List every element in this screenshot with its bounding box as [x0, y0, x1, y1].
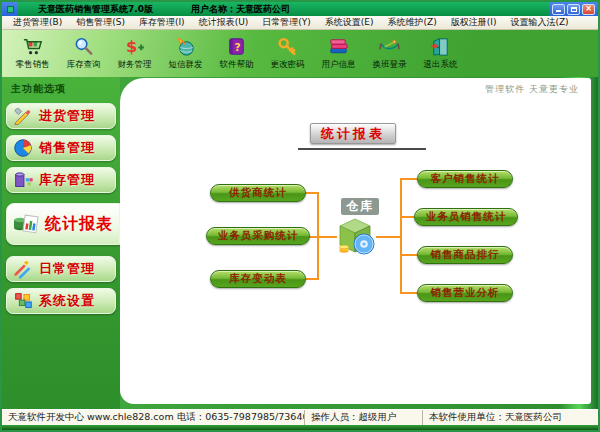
- toolbar-label: 用户信息: [322, 59, 356, 71]
- connector-line: [400, 178, 402, 294]
- pie-chart-icon: [12, 137, 34, 159]
- menu-input-method[interactable]: 设置输入法(Z): [503, 16, 575, 29]
- cart-icon: [21, 34, 44, 58]
- node-salesman-sales-stats[interactable]: 业务员销售统计: [414, 208, 518, 226]
- status-developer-info: 天意软件开发中心 www.chle828.com 电话：0635-7987985…: [2, 410, 304, 425]
- node-supplier-stats[interactable]: 供货商统计: [210, 184, 306, 202]
- main-panel: 管理软件 天意更专业 统计报表 供货商统计 业务员采购统计 库存变动表: [120, 78, 591, 404]
- toolbar-user-info[interactable]: 用户信息: [313, 32, 364, 77]
- window-body: 主功能选项 进货管理 销售管理 库存管理 统计报表 日常管理: [2, 77, 598, 409]
- menu-sales[interactable]: 销售管理(S): [69, 16, 132, 29]
- sidebar-item-purchase[interactable]: 进货管理: [6, 103, 116, 129]
- key-icon: [276, 34, 299, 58]
- connector-line: [400, 254, 417, 256]
- status-company: 本软件使用单位：天意医药公司: [422, 410, 598, 425]
- window-user-label: 用户名称：天意医药公司: [191, 3, 290, 16]
- node-customer-sales-stats[interactable]: 客户销售统计: [417, 170, 513, 188]
- toolbar-shift-login[interactable]: 换班登录: [364, 32, 415, 77]
- warehouse-label: 仓库: [341, 198, 379, 215]
- title-underline: [298, 148, 426, 150]
- minimize-button[interactable]: [552, 4, 565, 15]
- window-controls: ×: [549, 2, 598, 16]
- titlebar-text: 天意医药销售管理系统7.0版 用户名称：天意医药公司: [18, 3, 549, 16]
- maximize-icon: [571, 7, 577, 12]
- tagline: 管理软件 天意更专业: [485, 83, 579, 96]
- menu-maintenance[interactable]: 系统维护(Z): [381, 16, 444, 29]
- toolbar-sms-broadcast[interactable]: 短信群发: [160, 32, 211, 77]
- window-title: 天意医药销售管理系统7.0版: [38, 3, 153, 16]
- connector-line: [376, 236, 400, 238]
- connector-line: [400, 178, 417, 180]
- statusbar: 天意软件开发中心 www.chle828.com 电话：0635-7987985…: [2, 409, 598, 425]
- cylinder-icon: [12, 169, 34, 191]
- sidebar-item-label: 进货管理: [39, 107, 95, 125]
- page-title-text: 统计报表: [321, 125, 385, 143]
- warehouse-icon: [332, 215, 378, 261]
- node-sales-revenue-analysis[interactable]: 销售营业分析: [417, 284, 513, 302]
- menu-copyright[interactable]: 版权注册(I): [444, 16, 504, 29]
- app-icon-glyph: [7, 6, 14, 13]
- report-chart-icon: [12, 210, 40, 238]
- toolbar-label: 短信群发: [169, 59, 203, 71]
- toolbar-exit-system[interactable]: 退出系统: [415, 32, 466, 77]
- sidebar-item-label: 系统设置: [39, 292, 95, 310]
- toolbar-change-password[interactable]: 更改密码: [262, 32, 313, 77]
- toolbar-label: 软件帮助: [220, 59, 254, 71]
- connector-line: [400, 292, 417, 294]
- node-salesman-purchase-stats[interactable]: 业务员采购统计: [206, 227, 310, 245]
- help-book-icon: ?: [225, 34, 248, 58]
- books-icon: [327, 34, 350, 58]
- status-operator: 操作人员：超级用户: [304, 410, 422, 425]
- svg-text:?: ?: [235, 40, 241, 52]
- blocks-icon: [12, 290, 34, 312]
- connector-line: [400, 216, 414, 218]
- sidebar-item-sales[interactable]: 销售管理: [6, 135, 116, 161]
- toolbar-label: 更改密码: [271, 59, 305, 71]
- toolbar-finance[interactable]: $ 财务管理: [109, 32, 160, 77]
- sidebar-item-settings[interactable]: 系统设置: [6, 288, 116, 314]
- toolbar-label: 退出系统: [424, 59, 458, 71]
- toolbar-label: 换班登录: [373, 59, 407, 71]
- toolbar: 零售销售 库存查询 $ 财务管理 短信群发 ? 软件帮助 更改密码 用户信息 换…: [2, 30, 598, 77]
- toolbar-inventory-query[interactable]: 库存查询: [58, 32, 109, 77]
- window-bottom-edge: [2, 425, 598, 430]
- content-area: 管理软件 天意更专业 统计报表 供货商统计 业务员采购统计 库存变动表: [120, 77, 598, 409]
- menu-reports[interactable]: 统计报表(U): [192, 16, 256, 29]
- menu-settings[interactable]: 系统设置(E): [318, 16, 381, 29]
- toolbar-retail-sales[interactable]: 零售销售: [7, 32, 58, 77]
- maximize-button[interactable]: [567, 4, 580, 15]
- menu-purchase[interactable]: 进货管理(B): [6, 16, 69, 29]
- sidebar: 主功能选项 进货管理 销售管理 库存管理 统计报表 日常管理: [2, 77, 120, 409]
- sidebar-item-label: 日常管理: [39, 260, 95, 278]
- node-product-sales-ranking[interactable]: 销售商品排行: [417, 246, 513, 264]
- menu-inventory[interactable]: 库存管理(I): [132, 16, 192, 29]
- node-inventory-change-table[interactable]: 库存变动表: [210, 270, 306, 288]
- close-button[interactable]: ×: [582, 4, 595, 15]
- tools-icon: [12, 105, 34, 127]
- shift-login-icon: [378, 34, 401, 58]
- menu-daily[interactable]: 日常管理(Y): [255, 16, 318, 29]
- toolbar-label: 零售销售: [16, 59, 50, 71]
- toolbar-help[interactable]: ? 软件帮助: [211, 32, 262, 77]
- page-title: 统计报表: [310, 123, 396, 144]
- menubar: 进货管理(B) 销售管理(S) 库存管理(I) 统计报表(U) 日常管理(Y) …: [2, 16, 598, 30]
- sidebar-item-label: 销售管理: [39, 139, 95, 157]
- pencils-icon: [12, 258, 34, 280]
- minimize-icon: [556, 10, 561, 12]
- app-window: 天意医药销售管理系统7.0版 用户名称：天意医药公司 × 进货管理(B) 销售管…: [0, 0, 600, 432]
- toolbar-label: 库存查询: [67, 59, 101, 71]
- exit-door-icon: [429, 34, 452, 58]
- sidebar-item-label: 统计报表: [45, 214, 113, 235]
- svg-text:$: $: [126, 37, 137, 56]
- toolbar-label: 财务管理: [118, 59, 152, 71]
- sidebar-item-daily[interactable]: 日常管理: [6, 256, 116, 282]
- sidebar-item-inventory[interactable]: 库存管理: [6, 167, 116, 193]
- sidebar-item-label: 库存管理: [39, 171, 95, 189]
- money-icon: $: [123, 34, 146, 58]
- titlebar: 天意医药销售管理系统7.0版 用户名称：天意医药公司 ×: [2, 2, 598, 16]
- app-icon: [2, 2, 18, 16]
- sidebar-header: 主功能选项: [11, 82, 120, 96]
- satellite-icon: [174, 34, 197, 58]
- sidebar-item-reports[interactable]: 统计报表: [6, 203, 120, 245]
- magnifier-icon: [72, 34, 95, 58]
